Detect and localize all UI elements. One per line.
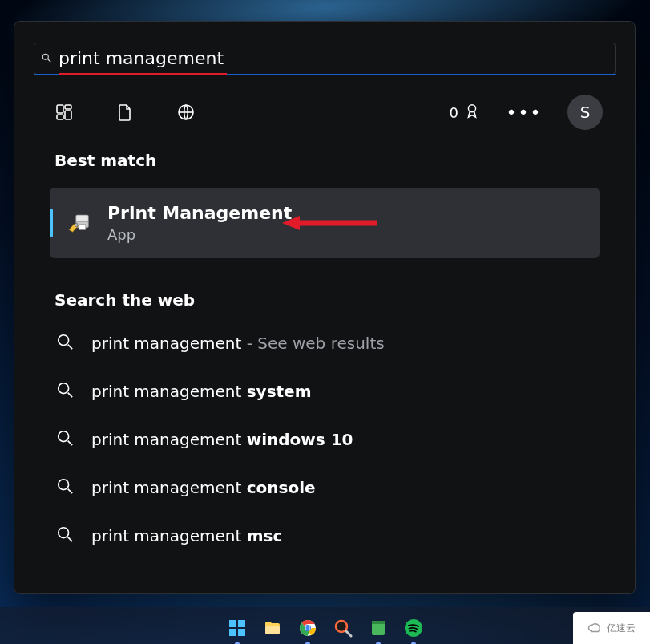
svg-rect-4 xyxy=(65,111,71,119)
search-icon xyxy=(56,525,74,546)
web-result-label: print management msc xyxy=(91,526,282,545)
rewards-points-value: 0 xyxy=(450,104,458,121)
start-search-panel: print management 0 ••• S Best match xyxy=(14,21,636,594)
search-input-text: print management xyxy=(59,48,224,70)
taskbar xyxy=(0,607,650,644)
svg-point-16 xyxy=(59,383,69,394)
print-management-icon xyxy=(66,209,93,237)
scope-apps-icon[interactable] xyxy=(46,95,82,130)
web-result-label: print management windows 10 xyxy=(91,430,353,449)
magnifier-icon[interactable] xyxy=(332,617,354,639)
user-avatar[interactable]: S xyxy=(567,95,603,130)
svg-point-33 xyxy=(336,621,347,632)
best-match-heading: Best match xyxy=(14,136,635,180)
file-explorer-icon[interactable] xyxy=(261,617,284,639)
search-icon xyxy=(56,477,74,498)
svg-rect-24 xyxy=(229,620,236,627)
svg-line-15 xyxy=(68,345,73,350)
best-match-title: Print Management xyxy=(107,203,292,223)
search-scope-row: 0 ••• S xyxy=(14,75,635,136)
watermark-text: 亿速云 xyxy=(607,622,636,635)
svg-point-14 xyxy=(59,335,69,346)
svg-point-7 xyxy=(468,105,475,112)
svg-rect-5 xyxy=(57,115,63,119)
web-result-item[interactable]: print management system xyxy=(51,367,598,415)
svg-rect-25 xyxy=(238,620,245,627)
web-result-label: print management - See web results xyxy=(91,334,385,353)
web-result-item[interactable]: print management msc xyxy=(51,512,598,560)
search-icon xyxy=(56,333,74,354)
svg-rect-36 xyxy=(372,621,385,624)
text-caret xyxy=(232,49,232,68)
rewards-points[interactable]: 0 xyxy=(450,102,481,123)
annotation-arrow xyxy=(282,214,378,232)
web-results-list: print management - See web results print… xyxy=(14,319,635,560)
web-result-item[interactable]: print management console xyxy=(51,464,598,512)
svg-rect-26 xyxy=(229,629,236,636)
chrome-icon[interactable] xyxy=(297,617,319,639)
svg-point-0 xyxy=(42,54,48,59)
svg-line-23 xyxy=(68,537,73,542)
svg-rect-28 xyxy=(265,626,280,634)
svg-line-17 xyxy=(68,393,73,398)
svg-line-21 xyxy=(68,489,73,494)
scope-web-icon[interactable] xyxy=(168,95,204,130)
search-icon xyxy=(56,381,74,402)
svg-rect-11 xyxy=(75,224,78,227)
svg-rect-3 xyxy=(65,105,71,109)
svg-point-22 xyxy=(59,528,69,538)
notes-icon[interactable] xyxy=(367,617,390,639)
search-web-heading: Search the web xyxy=(14,276,635,319)
web-result-label: print management system xyxy=(91,382,312,401)
svg-rect-2 xyxy=(57,105,63,113)
svg-point-18 xyxy=(59,431,69,442)
start-button[interactable] xyxy=(226,617,248,639)
best-match-text: Print Management App xyxy=(107,203,292,243)
svg-rect-27 xyxy=(238,629,245,636)
search-icon xyxy=(41,51,52,67)
watermark-badge: 亿速云 xyxy=(573,612,650,644)
svg-line-34 xyxy=(346,631,351,636)
svg-rect-10 xyxy=(79,224,86,229)
svg-point-32 xyxy=(305,626,309,630)
scope-documents-icon[interactable] xyxy=(107,95,143,130)
svg-point-20 xyxy=(59,480,69,490)
avatar-initial: S xyxy=(580,103,591,122)
web-result-item[interactable]: print management - See web results xyxy=(51,319,598,367)
web-result-label: print management console xyxy=(91,478,316,497)
spotify-icon[interactable] xyxy=(402,617,425,639)
web-result-item[interactable]: print management windows 10 xyxy=(51,415,598,464)
svg-line-1 xyxy=(48,59,51,62)
search-box[interactable]: print management xyxy=(34,43,616,75)
svg-line-19 xyxy=(68,441,73,446)
more-options-button[interactable]: ••• xyxy=(507,95,542,130)
rewards-medal-icon xyxy=(463,102,481,123)
best-match-result[interactable]: Print Management App xyxy=(50,188,600,258)
search-icon xyxy=(56,429,74,450)
best-match-subtitle: App xyxy=(107,226,292,243)
